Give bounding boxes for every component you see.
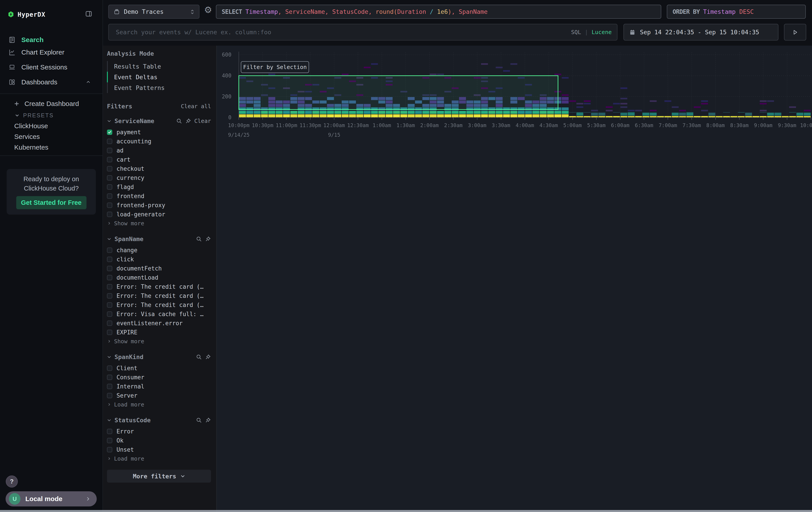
chevron-down-icon[interactable]: [107, 119, 111, 123]
select-clause-input[interactable]: SELECT Timestamp, ServiceName, StatusCod…: [216, 5, 661, 19]
filter-option-accounting[interactable]: accounting: [107, 137, 211, 146]
preset-dashboard-services[interactable]: Services: [0, 131, 103, 142]
search-icon[interactable]: [196, 354, 202, 360]
checkbox[interactable]: [107, 139, 112, 144]
filter-option-cart[interactable]: cart: [107, 155, 211, 164]
filter-option-change[interactable]: change: [107, 246, 211, 255]
checkbox[interactable]: [107, 175, 112, 181]
chevron-down-icon[interactable]: [107, 237, 111, 241]
filter-option-error-visa-cache-full[interactable]: Error: Visa cache full: …: [107, 309, 211, 319]
time-range-picker[interactable]: Sep 14 22:04:35 - Sep 15 10:04:35: [624, 24, 778, 41]
analysis-mode-event-patterns[interactable]: Event Patterns: [107, 82, 211, 93]
order-by-input[interactable]: ORDER BY Timestamp DESC: [667, 5, 806, 19]
filter-option-flagd[interactable]: flagd: [107, 182, 211, 191]
lucene-toggle[interactable]: Lucene: [592, 29, 612, 35]
checkbox[interactable]: [107, 130, 112, 135]
analysis-mode-results-table[interactable]: Results Table: [107, 61, 211, 72]
filter-option-eventlistener-error[interactable]: eventListener.error: [107, 319, 211, 328]
checkbox[interactable]: [107, 184, 112, 190]
settings-gear-icon[interactable]: ⚙: [204, 5, 212, 14]
chevron-down-icon[interactable]: [107, 355, 111, 359]
show-more-button[interactable]: Show more: [107, 337, 211, 346]
checkbox[interactable]: [107, 429, 112, 434]
checkbox[interactable]: [107, 447, 112, 452]
filter-option-consumer[interactable]: Consumer: [107, 373, 211, 382]
checkbox[interactable]: [107, 266, 112, 271]
filter-option-unset[interactable]: Unset: [107, 445, 211, 454]
filter-option-payment[interactable]: payment: [107, 128, 211, 137]
load-more-button[interactable]: Load more: [107, 454, 211, 463]
checkbox[interactable]: [107, 166, 112, 171]
search-icon[interactable]: [196, 236, 202, 242]
filter-option-expire[interactable]: EXPIRE: [107, 328, 211, 337]
checkbox[interactable]: [107, 321, 112, 326]
filter-option-error-the-credit-card[interactable]: Error: The credit card (…: [107, 291, 211, 300]
more-filters-button[interactable]: More filters: [107, 470, 211, 483]
checkbox[interactable]: [107, 393, 112, 398]
checkbox[interactable]: [107, 384, 112, 389]
analysis-mode-event-deltas[interactable]: Event Deltas: [107, 72, 211, 82]
checkbox[interactable]: [107, 157, 112, 162]
filter-option-documentload[interactable]: documentLoad: [107, 273, 211, 282]
pin-icon[interactable]: [205, 417, 211, 423]
filter-option-error-the-credit-card[interactable]: Error: The credit card (…: [107, 300, 211, 309]
preset-dashboard-kubernetes[interactable]: Kubernetes: [0, 142, 103, 153]
preset-dashboard-clickhouse[interactable]: ClickHouse: [0, 120, 103, 131]
help-button[interactable]: ?: [6, 476, 18, 487]
filter-group-title[interactable]: ServiceName: [115, 117, 154, 125]
filter-group-title[interactable]: SpanKind: [115, 353, 143, 360]
clear-all-button[interactable]: Clear all: [181, 103, 211, 110]
filter-option-load-generator[interactable]: load-generator: [107, 210, 211, 219]
user-menu[interactable]: U Local mode: [5, 491, 97, 507]
get-started-button[interactable]: Get Started for Free: [16, 196, 86, 209]
filter-option-ok[interactable]: Ok: [107, 436, 211, 445]
filter-group-title[interactable]: StatusCode: [115, 417, 151, 424]
checkbox[interactable]: [107, 438, 112, 443]
chevron-down-icon[interactable]: [107, 418, 111, 422]
run-query-button[interactable]: [784, 24, 806, 41]
checkbox[interactable]: [107, 247, 112, 253]
clear-filter-button[interactable]: Clear: [194, 118, 211, 124]
filter-option-error[interactable]: Error: [107, 427, 211, 436]
source-select[interactable]: Demo Traces: [108, 5, 199, 19]
filter-option-frontend[interactable]: frontend: [107, 191, 211, 200]
checkbox[interactable]: [107, 275, 112, 280]
filter-option-internal[interactable]: Internal: [107, 382, 211, 391]
sql-toggle[interactable]: SQL: [571, 29, 581, 35]
horizontal-scrollbar[interactable]: [0, 510, 812, 512]
filter-option-checkout[interactable]: checkout: [107, 164, 211, 173]
checkbox[interactable]: [107, 212, 112, 217]
chevron-up-icon[interactable]: [86, 80, 90, 84]
search-icon[interactable]: [176, 118, 182, 124]
pin-icon[interactable]: [205, 236, 211, 242]
checkbox[interactable]: [107, 302, 112, 308]
checkbox[interactable]: [107, 293, 112, 298]
filter-option-client[interactable]: Client: [107, 363, 211, 373]
filter-option-currency[interactable]: currency: [107, 173, 211, 182]
sidebar-collapse-icon[interactable]: [85, 10, 92, 17]
presets-toggle[interactable]: PRESETS: [0, 110, 103, 120]
checkbox[interactable]: [107, 193, 112, 199]
filter-by-selection-tooltip[interactable]: Filter by Selection: [241, 61, 309, 73]
checkbox[interactable]: [107, 284, 112, 289]
sidebar-item-chart-explorer[interactable]: Chart Explorer: [0, 45, 103, 60]
filter-option-documentfetch[interactable]: documentFetch: [107, 264, 211, 273]
filter-option-click[interactable]: click: [107, 255, 211, 264]
filter-option-error-the-credit-card[interactable]: Error: The credit card (…: [107, 282, 211, 291]
checkbox[interactable]: [107, 375, 112, 380]
search-input[interactable]: [111, 29, 571, 36]
search-icon[interactable]: [196, 417, 202, 423]
filter-option-frontend-proxy[interactable]: frontend-proxy: [107, 200, 211, 210]
sidebar-item-dashboards[interactable]: Dashboards: [0, 75, 103, 89]
filter-option-ad[interactable]: ad: [107, 146, 211, 155]
checkbox[interactable]: [107, 257, 112, 262]
sidebar-item-client-sessions[interactable]: Client Sessions: [0, 60, 103, 75]
checkbox[interactable]: [107, 330, 112, 335]
checkbox[interactable]: [107, 148, 112, 153]
load-more-button[interactable]: Load more: [107, 400, 211, 409]
show-more-button[interactable]: Show more: [107, 219, 211, 228]
checkbox[interactable]: [107, 203, 112, 208]
checkbox[interactable]: [107, 366, 112, 371]
pin-icon[interactable]: [205, 354, 211, 360]
sidebar-item-search[interactable]: Search: [0, 35, 103, 45]
